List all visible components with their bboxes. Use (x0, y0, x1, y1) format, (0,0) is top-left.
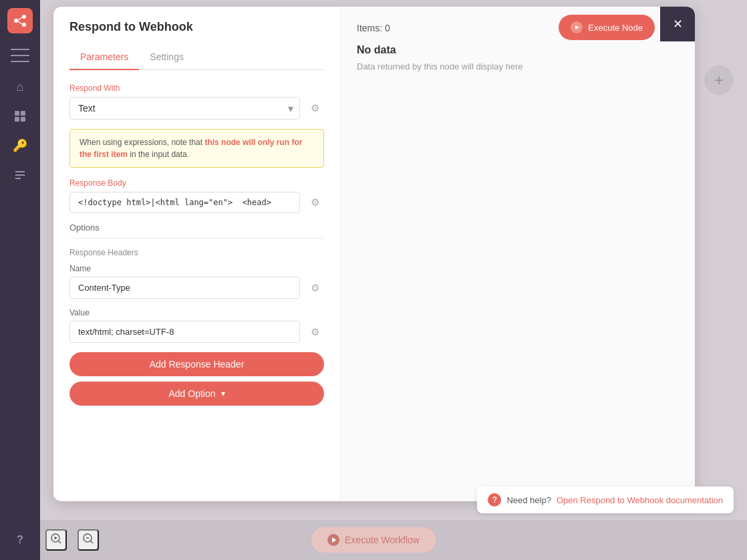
sidebar-item-home[interactable]: ⌂ (8, 75, 32, 99)
add-option-button[interactable]: Add Option ▾ (69, 382, 324, 406)
svg-point-1 (22, 15, 26, 19)
no-data-description: Data returned by this node will display … (357, 61, 679, 72)
value-field-label: Value (69, 308, 324, 317)
no-data-title: No data (357, 44, 679, 56)
respond-with-select-wrapper: Text JSON Binary No Data ▾ (69, 97, 300, 120)
zoom-in-button[interactable] (45, 529, 67, 551)
header-value-gear-button[interactable]: ⚙ (305, 323, 324, 341)
modal-header: Respond to Webhook Parameters Settings (53, 7, 340, 70)
svg-line-18 (91, 541, 94, 544)
help-documentation-link[interactable]: Open Respond to Webhook documentation (557, 495, 723, 505)
sidebar: ⌂ 🔑 ? (0, 0, 40, 560)
tab-settings[interactable]: Settings (139, 45, 194, 70)
execute-node-button[interactable]: Execute Node (559, 15, 655, 40)
respond-to-webhook-modal: Respond to Webhook Parameters Settings R… (53, 7, 695, 501)
name-field-label: Name (69, 264, 324, 273)
header-name-input[interactable] (69, 277, 300, 299)
svg-line-3 (18, 17, 22, 20)
sidebar-item-executions[interactable] (8, 163, 32, 187)
response-headers-label: Response Headers (69, 248, 324, 257)
close-modal-button[interactable]: ✕ (660, 7, 695, 41)
tab-bar: Parameters Settings (69, 45, 324, 70)
sidebar-item-credentials[interactable]: 🔑 (8, 134, 32, 158)
svg-rect-5 (15, 111, 19, 116)
svg-rect-8 (21, 117, 25, 122)
execute-workflow-play-icon (327, 534, 339, 546)
response-body-row: ⚙ (69, 192, 324, 213)
add-node-button[interactable]: + (704, 65, 734, 95)
parameters-panel: Respond to Webhook Parameters Settings R… (53, 7, 341, 501)
svg-rect-6 (21, 111, 25, 116)
respond-with-row: Text JSON Binary No Data ▾ ⚙ (69, 97, 324, 120)
options-section-label: Options (69, 223, 324, 239)
bottom-toolbar: ⤢ Execute Workflow (0, 520, 747, 560)
sidebar-item-nodes[interactable] (8, 104, 32, 128)
header-value-row: ⚙ (69, 321, 324, 343)
zoom-out-icon (82, 532, 95, 548)
panel-content: Respond With Text JSON Binary No Data ▾ … (53, 70, 340, 501)
response-body-gear-button[interactable]: ⚙ (305, 193, 324, 212)
respond-with-select[interactable]: Text JSON Binary No Data (69, 97, 300, 120)
svg-point-0 (14, 19, 18, 23)
svg-point-2 (22, 23, 26, 27)
app-logo[interactable] (7, 8, 33, 33)
zoom-in-icon (49, 532, 63, 548)
respond-with-gear-button[interactable]: ⚙ (305, 99, 324, 118)
svg-line-4 (18, 21, 22, 24)
zoom-out-button[interactable] (78, 529, 99, 551)
header-value-input[interactable] (69, 321, 300, 343)
tab-parameters[interactable]: Parameters (69, 45, 139, 70)
info-message-box: When using expressions, note that this n… (69, 129, 324, 168)
response-body-input[interactable] (69, 192, 300, 213)
output-panel: Items: 0 No data Data returned by this n… (341, 7, 695, 501)
sidebar-item-help[interactable]: ? (8, 528, 32, 552)
header-name-row: ⚙ (69, 277, 324, 299)
add-response-header-button[interactable]: Add Response Header (69, 352, 324, 376)
response-body-label: Response Body (69, 178, 324, 188)
sidebar-item-toggle[interactable] (8, 45, 32, 69)
help-text: Need help? (506, 495, 551, 505)
svg-rect-7 (15, 117, 19, 122)
add-option-chevron-icon: ▾ (221, 389, 225, 398)
execute-workflow-button[interactable]: Execute Workflow (311, 527, 436, 553)
header-name-gear-button[interactable]: ⚙ (305, 279, 324, 297)
svg-line-15 (59, 541, 61, 544)
help-badge: ? Need help? Open Respond to Webhook doc… (477, 486, 734, 513)
info-message-text: When using expressions, note that this n… (80, 138, 302, 159)
modal-title: Respond to Webhook (69, 20, 324, 34)
help-question-icon: ? (488, 493, 501, 507)
respond-with-label: Respond With (69, 84, 324, 93)
execute-node-play-icon (571, 21, 583, 33)
